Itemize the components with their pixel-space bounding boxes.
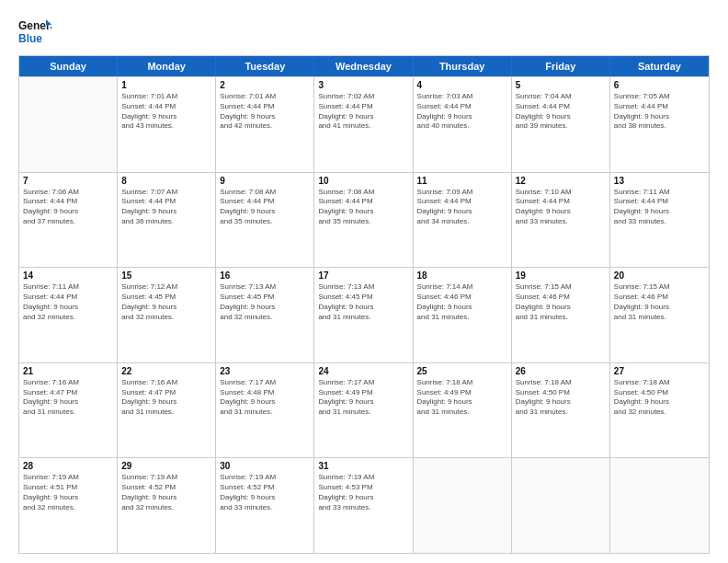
daylight-text2: and 32 minutes. [614, 408, 705, 418]
sunset-text: Sunset: 4:44 PM [121, 197, 211, 207]
cal-cell: 10 Sunrise: 7:08 AM Sunset: 4:44 PM Dayl… [314, 173, 413, 268]
sunrise-text: Sunrise: 7:14 AM [417, 282, 507, 293]
daylight-text2: and 32 minutes. [220, 313, 310, 323]
sunset-text: Sunset: 4:45 PM [220, 293, 310, 303]
daylight-text2: and 35 minutes. [318, 217, 408, 227]
daylight-text: Daylight: 9 hours [318, 397, 408, 408]
day-number: 8 [121, 176, 211, 186]
day-number: 4 [417, 80, 507, 90]
daylight-text: Daylight: 9 hours [417, 397, 507, 408]
calendar: SundayMondayTuesdayWednesdayThursdayFrid… [18, 55, 710, 554]
daylight-text: Daylight: 9 hours [318, 112, 408, 122]
daylight-text2: and 31 minutes. [516, 313, 606, 323]
cal-cell: 16 Sunrise: 7:13 AM Sunset: 4:45 PM Dayl… [216, 268, 314, 362]
daylight-text: Daylight: 9 hours [220, 493, 310, 503]
cal-cell: 23 Sunrise: 7:17 AM Sunset: 4:48 PM Dayl… [216, 363, 314, 458]
sunset-text: Sunset: 4:44 PM [516, 102, 606, 112]
sunset-text: Sunset: 4:44 PM [220, 102, 310, 112]
cal-cell: 13 Sunrise: 7:11 AM Sunset: 4:44 PM Dayl… [610, 173, 709, 268]
sunrise-text: Sunrise: 7:04 AM [516, 92, 606, 102]
day-number: 10 [318, 176, 408, 186]
sunrise-text: Sunrise: 7:17 AM [318, 378, 408, 388]
sunrise-text: Sunrise: 7:18 AM [614, 378, 705, 388]
cal-cell: 9 Sunrise: 7:08 AM Sunset: 4:44 PM Dayli… [216, 173, 314, 268]
daylight-text: Daylight: 9 hours [121, 303, 211, 313]
daylight-text: Daylight: 9 hours [121, 207, 211, 217]
day-number: 30 [220, 461, 310, 471]
daylight-text2: and 42 minutes. [220, 121, 310, 132]
cal-cell: 14 Sunrise: 7:11 AM Sunset: 4:44 PM Dayl… [19, 268, 118, 362]
daylight-text: Daylight: 9 hours [220, 303, 310, 313]
daylight-text: Daylight: 9 hours [23, 397, 113, 408]
sunset-text: Sunset: 4:47 PM [23, 388, 113, 398]
sunset-text: Sunset: 4:45 PM [318, 293, 408, 303]
sunset-text: Sunset: 4:48 PM [220, 388, 310, 398]
daylight-text: Daylight: 9 hours [614, 397, 705, 408]
day-number: 25 [417, 366, 507, 376]
daylight-text2: and 31 minutes. [318, 313, 408, 323]
sunset-text: Sunset: 4:51 PM [23, 483, 113, 493]
daylight-text: Daylight: 9 hours [121, 397, 211, 408]
sunset-text: Sunset: 4:44 PM [220, 197, 310, 207]
week-row-4: 28 Sunrise: 7:19 AM Sunset: 4:51 PM Dayl… [19, 457, 709, 553]
daylight-text2: and 33 minutes. [516, 217, 606, 227]
cal-cell: 8 Sunrise: 7:07 AM Sunset: 4:44 PM Dayli… [118, 173, 216, 268]
daylight-text2: and 40 minutes. [417, 121, 507, 132]
sunset-text: Sunset: 4:49 PM [417, 388, 507, 398]
cal-cell: 6 Sunrise: 7:05 AM Sunset: 4:44 PM Dayli… [610, 77, 709, 172]
sunrise-text: Sunrise: 7:18 AM [516, 378, 606, 388]
daylight-text: Daylight: 9 hours [220, 397, 310, 408]
header-day-saturday: Saturday [610, 56, 709, 76]
header-day-thursday: Thursday [414, 56, 512, 76]
day-number: 13 [614, 176, 705, 186]
header-day-monday: Monday [118, 56, 216, 76]
day-number: 14 [23, 270, 113, 281]
sunrise-text: Sunrise: 7:19 AM [121, 473, 211, 483]
calendar-header: SundayMondayTuesdayWednesdayThursdayFrid… [19, 56, 709, 76]
logo: General Blue [18, 17, 51, 50]
header-day-tuesday: Tuesday [216, 56, 314, 76]
sunrise-text: Sunrise: 7:07 AM [121, 188, 211, 198]
cal-cell: 21 Sunrise: 7:16 AM Sunset: 4:47 PM Dayl… [19, 363, 118, 458]
daylight-text: Daylight: 9 hours [220, 112, 310, 122]
daylight-text: Daylight: 9 hours [516, 303, 606, 313]
daylight-text: Daylight: 9 hours [417, 303, 507, 313]
day-number: 7 [23, 176, 113, 186]
day-number: 6 [614, 80, 705, 90]
cal-cell: 15 Sunrise: 7:12 AM Sunset: 4:45 PM Dayl… [118, 268, 216, 362]
day-number: 22 [121, 366, 211, 376]
cal-cell: 7 Sunrise: 7:06 AM Sunset: 4:44 PM Dayli… [19, 173, 118, 268]
daylight-text: Daylight: 9 hours [318, 303, 408, 313]
sunset-text: Sunset: 4:44 PM [516, 197, 606, 207]
sunrise-text: Sunrise: 7:16 AM [23, 378, 113, 388]
sunrise-text: Sunrise: 7:15 AM [516, 282, 606, 293]
day-number: 5 [516, 80, 606, 90]
week-row-0: 1 Sunrise: 7:01 AM Sunset: 4:44 PM Dayli… [19, 76, 709, 172]
day-number: 12 [516, 176, 606, 186]
daylight-text2: and 33 minutes. [220, 503, 310, 513]
calendar-body: 1 Sunrise: 7:01 AM Sunset: 4:44 PM Dayli… [19, 76, 709, 553]
page: General Blue SundayMondayTuesdayWednesda… [0, 0, 728, 563]
daylight-text2: and 43 minutes. [121, 121, 211, 132]
day-number: 9 [220, 176, 310, 186]
sunrise-text: Sunrise: 7:03 AM [417, 92, 507, 102]
day-number: 2 [220, 80, 310, 90]
sunrise-text: Sunrise: 7:01 AM [121, 92, 211, 102]
sunset-text: Sunset: 4:45 PM [121, 293, 211, 303]
cal-cell: 11 Sunrise: 7:09 AM Sunset: 4:44 PM Dayl… [414, 173, 512, 268]
header-day-friday: Friday [512, 56, 610, 76]
daylight-text2: and 37 minutes. [23, 217, 113, 227]
day-number: 28 [23, 461, 113, 471]
day-number: 24 [318, 366, 408, 376]
sunrise-text: Sunrise: 7:09 AM [417, 188, 507, 198]
daylight-text: Daylight: 9 hours [614, 207, 705, 217]
daylight-text2: and 31 minutes. [614, 313, 705, 323]
sunset-text: Sunset: 4:49 PM [318, 388, 408, 398]
day-number: 27 [614, 366, 705, 376]
cal-cell: 20 Sunrise: 7:15 AM Sunset: 4:46 PM Dayl… [610, 268, 709, 362]
sunset-text: Sunset: 4:44 PM [23, 293, 113, 303]
sunrise-text: Sunrise: 7:10 AM [516, 188, 606, 198]
daylight-text2: and 35 minutes. [220, 217, 310, 227]
day-number: 26 [516, 366, 606, 376]
daylight-text2: and 31 minutes. [417, 408, 507, 418]
